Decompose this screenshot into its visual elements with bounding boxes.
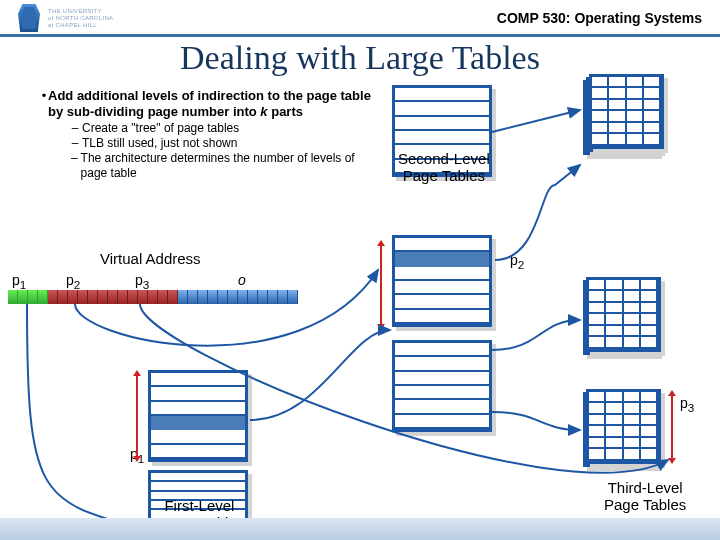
p-letter: p [510, 252, 518, 268]
p-letter: p [135, 272, 143, 288]
virtual-address-title: Virtual Address [100, 250, 201, 267]
p-letter: p [66, 272, 74, 288]
p3-label: p3 [135, 272, 149, 291]
sub-text: The architecture determines the number o… [81, 151, 380, 181]
p3-index-arrow [671, 396, 673, 458]
second-level-label: Second-Level Page Tables [398, 150, 490, 185]
p-sub: 3 [688, 401, 694, 414]
third-level-stack-3 [586, 389, 661, 464]
org-line3: at CHAPEL HILL [48, 22, 113, 29]
p-sub: 3 [143, 278, 149, 291]
header: THE UNIVERSITY of NORTH CAROLINA at CHAP… [0, 0, 720, 37]
p1-index-arrow [136, 376, 138, 456]
p-sub: 2 [518, 258, 524, 271]
second-level-highlight [395, 252, 489, 266]
sub-bullet: –TLB still used, just not shown [68, 136, 380, 151]
bullet-k: k [260, 104, 267, 119]
org-text: THE UNIVERSITY of NORTH CAROLINA at CHAP… [48, 8, 113, 29]
footer-gradient [0, 518, 720, 540]
o-bits [178, 290, 298, 304]
slide-title: Dealing with Large Tables [0, 39, 720, 77]
bullet-pre: Add additional levels of indirection to … [48, 88, 371, 119]
bullet-block: • Add additional levels of indirection t… [40, 88, 380, 181]
bullet-post: parts [268, 104, 303, 119]
dash-icon: – [68, 136, 82, 151]
unc-logo [18, 4, 40, 32]
dash-icon: – [68, 151, 81, 181]
third-level-stack-1b [589, 74, 664, 149]
bullet-text: Add additional levels of indirection to … [48, 88, 380, 121]
third-level-text1: Third-Level [608, 479, 683, 496]
bullet-main: • Add additional levels of indirection t… [40, 88, 380, 121]
dash-icon: – [68, 121, 82, 136]
p-sub: 2 [74, 278, 80, 291]
offset-label: o [238, 272, 246, 288]
course-label: COMP 530: Operating Systems [497, 10, 702, 26]
third-level-text2: Page Tables [604, 496, 686, 513]
bullet-icon: • [40, 88, 48, 121]
org-line1: THE UNIVERSITY [48, 8, 113, 15]
second-level-table-2 [392, 235, 492, 327]
p-sub: 1 [20, 278, 26, 291]
second-level-text1: Second-Level [398, 150, 490, 167]
sub-bullets: –Create a "tree" of page tables –TLB sti… [68, 121, 380, 181]
first-level-text1: First-Level [164, 497, 234, 514]
p-letter: p [680, 395, 688, 411]
sub-bullet: –The architecture determines the number … [68, 151, 380, 181]
p2-bits [48, 290, 108, 304]
p1-label: p1 [12, 272, 26, 291]
virtual-address-bits [8, 290, 298, 304]
p2-ptr-label: p2 [510, 252, 524, 271]
p2-label: p2 [66, 272, 80, 291]
p-letter: p [12, 272, 20, 288]
sub-text: TLB still used, just not shown [82, 136, 237, 151]
org-line2: of NORTH CAROLINA [48, 15, 113, 22]
second-level-table-3 [392, 340, 492, 432]
p2-index-arrow [380, 246, 382, 324]
first-level-table [148, 370, 248, 462]
first-level-highlight [151, 416, 245, 430]
p1-bits [8, 290, 48, 304]
third-level-label: Third-Level Page Tables [604, 480, 686, 513]
second-level-text2: Page Tables [403, 167, 485, 184]
sub-text: Create a "tree" of page tables [82, 121, 239, 136]
p3-bits [108, 290, 178, 304]
sub-bullet: –Create a "tree" of page tables [68, 121, 380, 136]
third-level-stack-2 [586, 277, 661, 352]
p3-ptr-label: p3 [680, 395, 694, 414]
